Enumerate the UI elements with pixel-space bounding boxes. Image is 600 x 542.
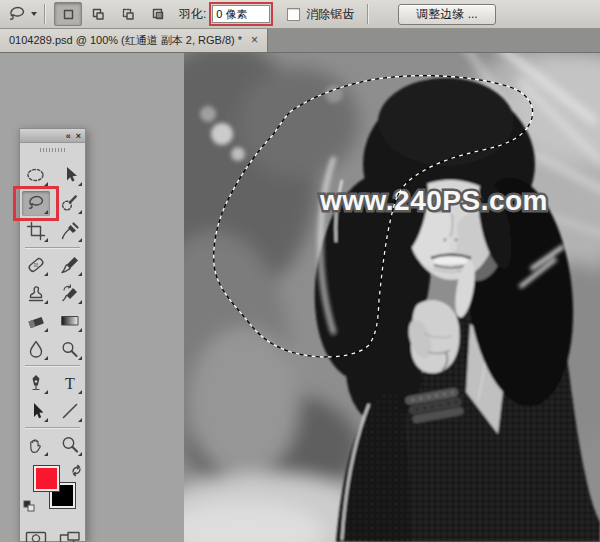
gradient-icon — [59, 310, 81, 332]
line-tool[interactable] — [56, 399, 84, 424]
separator — [25, 247, 80, 249]
quick-mask-button[interactable] — [24, 529, 48, 542]
photoshop-window: 羽化: 消除锯齿 调整边缘 ... 0104289.psd @ 100% (红通… — [0, 0, 600, 542]
antialias-checkbox[interactable] — [287, 8, 300, 21]
photo-canvas[interactable]: www.240PS.com — [184, 52, 600, 542]
healing-brush-icon — [25, 254, 47, 276]
type-icon: T — [59, 372, 81, 394]
photo-image: www.240PS.com — [184, 52, 600, 542]
refine-edge-button[interactable]: 调整边缘 ... — [398, 4, 495, 25]
history-brush-icon — [59, 282, 81, 304]
water-drop-icon — [25, 338, 47, 360]
document-tab-title: 0104289.psd @ 100% (红通道 副本 2, RGB/8) * — [9, 33, 242, 48]
tools-panel-title — [20, 143, 85, 156]
gradient-tool[interactable] — [56, 309, 84, 334]
history-brush-tool[interactable] — [56, 281, 84, 306]
tools-grid: T — [20, 161, 85, 459]
move-tool[interactable] — [56, 163, 84, 188]
line-icon — [59, 400, 81, 422]
elliptical-marquee-tool[interactable] — [22, 163, 50, 188]
pen-tool[interactable] — [22, 371, 50, 396]
clone-stamp-icon — [25, 282, 47, 304]
healing-brush-tool[interactable] — [22, 253, 50, 278]
panel-close-icon[interactable]: × — [76, 131, 81, 141]
antialias-label: 消除锯齿 — [306, 6, 354, 23]
svg-text:T: T — [65, 375, 75, 392]
quick-selection-icon — [59, 192, 81, 214]
options-bar: 羽化: 消除锯齿 调整边缘 ... — [0, 0, 600, 29]
subtract-from-selection-button[interactable] — [114, 2, 142, 26]
watermark-text: www.240PS.com — [319, 185, 548, 216]
selection-arrow-icon — [25, 400, 47, 422]
eraser-icon — [25, 310, 47, 332]
feather-highlight-box — [209, 2, 273, 26]
dodge-tool[interactable] — [56, 337, 84, 362]
new-selection-icon — [60, 6, 76, 22]
swap-colors-icon[interactable] — [70, 463, 83, 481]
type-tool[interactable]: T — [56, 371, 84, 396]
separator — [25, 427, 80, 429]
separator — [44, 4, 46, 24]
intersect-selection-button[interactable] — [144, 2, 172, 26]
eyedropper-icon — [59, 220, 81, 242]
elliptical-marquee-icon — [25, 164, 47, 186]
move-icon — [59, 164, 81, 186]
intersect-selection-icon — [150, 6, 166, 22]
tool-preset-dropdown-icon[interactable] — [31, 12, 37, 16]
lasso-icon — [6, 3, 28, 25]
magnifier-icon — [59, 434, 81, 456]
lasso-icon — [25, 192, 47, 214]
zoom-tool[interactable] — [56, 433, 84, 458]
blur-tool[interactable] — [22, 337, 50, 362]
panel-collapse-icon[interactable]: « — [66, 131, 71, 141]
eraser-tool[interactable] — [22, 309, 50, 334]
clone-stamp-tool[interactable] — [22, 281, 50, 306]
foreground-color-swatch[interactable] — [33, 465, 60, 492]
crop-icon — [25, 220, 47, 242]
default-colors-icon[interactable] — [23, 499, 36, 517]
add-to-selection-button[interactable] — [84, 2, 112, 26]
separator — [367, 4, 369, 24]
quick-selection-tool[interactable] — [56, 191, 84, 216]
panel-bottom-buttons — [20, 529, 85, 542]
brush-tool[interactable] — [56, 253, 84, 278]
panel-title-marks — [40, 148, 66, 152]
pen-icon — [25, 372, 47, 394]
screen-mode-button[interactable] — [58, 529, 82, 542]
feather-input[interactable] — [212, 5, 270, 23]
brush-icon — [59, 254, 81, 276]
tools-panel: « × — [19, 128, 86, 542]
tools-panel-header: « × — [20, 129, 85, 143]
separator — [25, 365, 80, 367]
quick-mask-icon — [25, 531, 47, 542]
eyedropper-tool[interactable] — [56, 219, 84, 244]
document-tab[interactable]: 0104289.psd @ 100% (红通道 副本 2, RGB/8) * × — [0, 28, 268, 52]
new-selection-button[interactable] — [54, 2, 82, 26]
hand-tool[interactable] — [22, 433, 50, 458]
hand-icon — [25, 434, 47, 456]
document-tab-bar: 0104289.psd @ 100% (红通道 副本 2, RGB/8) * × — [0, 28, 600, 53]
screen-mode-icon — [59, 531, 81, 542]
color-swatches — [20, 463, 85, 521]
subtract-from-selection-icon — [120, 6, 136, 22]
path-selection-tool[interactable] — [22, 399, 50, 424]
add-to-selection-icon — [90, 6, 106, 22]
feather-label: 羽化: — [179, 6, 206, 23]
dodge-icon — [59, 338, 81, 360]
crop-tool[interactable] — [22, 219, 50, 244]
lasso-tool[interactable] — [22, 191, 50, 216]
tool-preset-button[interactable] — [5, 2, 29, 26]
tab-close-icon[interactable]: × — [251, 34, 258, 46]
